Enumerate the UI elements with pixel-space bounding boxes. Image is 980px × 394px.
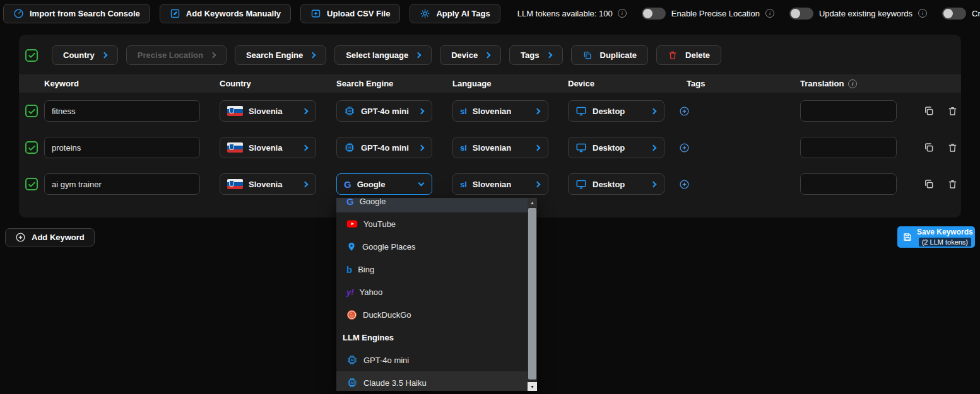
toggle-knob bbox=[943, 9, 953, 18]
create-keyword-views-label: Create Keyword views bbox=[972, 9, 980, 18]
row-checkbox[interactable] bbox=[25, 141, 38, 154]
save-keywords-button[interactable]: Save Keywords (2 LLM tokens) bbox=[897, 226, 975, 248]
bulk-actions-row: Country Precise Location Search Engine S… bbox=[19, 45, 961, 65]
chevron-right-icon bbox=[485, 52, 491, 59]
select-all-checkbox[interactable] bbox=[25, 49, 38, 62]
dropdown-item-google[interactable]: G Google bbox=[336, 198, 528, 212]
language-code-badge: sl bbox=[460, 143, 467, 153]
header-search-engine: Search Engine bbox=[336, 79, 432, 88]
device-select[interactable]: Desktop bbox=[568, 137, 664, 158]
dropdown-scrollbar[interactable]: ▲ ▼ bbox=[528, 198, 537, 391]
row-checkbox[interactable] bbox=[25, 178, 38, 190]
keyword-input[interactable] bbox=[44, 137, 200, 158]
llm-engines-section-label: LLM Engines bbox=[336, 326, 528, 349]
translation-input[interactable] bbox=[800, 173, 897, 195]
chevron-right-icon bbox=[534, 108, 541, 114]
row-checkbox[interactable] bbox=[25, 105, 38, 117]
bulk-country-button[interactable]: Country bbox=[52, 45, 118, 65]
dropdown-item-google-places[interactable]: Google Places bbox=[336, 235, 528, 258]
ai-chip-icon: AI bbox=[344, 105, 355, 117]
duplicate-row-button[interactable] bbox=[923, 142, 935, 153]
add-keywords-manually-button[interactable]: Add Keywords Manually bbox=[160, 4, 291, 23]
language-select[interactable]: sl Slovenian bbox=[452, 137, 548, 158]
copy-icon bbox=[582, 50, 593, 61]
header-translation: Translation bbox=[800, 79, 897, 88]
ai-chip-icon: AI bbox=[344, 142, 355, 153]
scroll-down-arrow[interactable]: ▼ bbox=[528, 382, 537, 391]
chevron-right-icon bbox=[651, 181, 657, 187]
bulk-precise-location-button: Precise Location bbox=[126, 45, 227, 65]
keyword-input[interactable] bbox=[44, 100, 200, 122]
map-pin-icon bbox=[346, 241, 357, 252]
bulk-delete-button[interactable]: Delete bbox=[656, 45, 721, 65]
update-existing-keywords-toggle[interactable] bbox=[789, 8, 813, 20]
youtube-icon bbox=[346, 219, 358, 228]
dropdown-item-gpt-4o-mini[interactable]: AI GPT-4o mini bbox=[336, 349, 528, 371]
dropdown-item-yahoo[interactable]: y! Yahoo bbox=[336, 281, 528, 303]
dropdown-item-duckduckgo[interactable]: DuckDuckGo bbox=[336, 303, 528, 326]
search-engine-select[interactable]: AI GPT-4o mini bbox=[336, 100, 432, 122]
info-icon bbox=[918, 9, 927, 18]
bulk-select-language-button[interactable]: Select language bbox=[334, 45, 432, 65]
import-search-console-label: Import from Search Console bbox=[30, 9, 140, 18]
ai-chip-icon: AI bbox=[346, 377, 358, 388]
scrollbar-thumb[interactable] bbox=[528, 208, 536, 380]
table-row: Slovenia AI GPT-4o mini sl Slovenian bbox=[19, 129, 961, 166]
precise-location-toggle-group: Enable Precise Location bbox=[642, 8, 774, 20]
google-icon: G bbox=[346, 198, 354, 207]
add-tag-button[interactable] bbox=[679, 106, 690, 117]
search-engine-select[interactable]: AI GPT-4o mini bbox=[336, 137, 432, 158]
svg-text:AI: AI bbox=[350, 358, 354, 362]
add-keyword-label: Add Keyword bbox=[32, 233, 85, 242]
toggle-knob bbox=[791, 9, 800, 18]
apply-ai-tags-button[interactable]: Apply AI Tags bbox=[410, 4, 500, 23]
translation-input[interactable] bbox=[800, 137, 897, 158]
add-tag-button[interactable] bbox=[679, 179, 690, 190]
country-select[interactable]: Slovenia bbox=[220, 137, 316, 158]
delete-row-button[interactable] bbox=[947, 105, 958, 117]
device-select[interactable]: Desktop bbox=[568, 173, 664, 195]
google-icon: G bbox=[344, 179, 351, 190]
language-select[interactable]: sl Slovenian bbox=[452, 173, 548, 195]
country-select[interactable]: Slovenia bbox=[220, 100, 316, 122]
device-select[interactable]: Desktop bbox=[568, 100, 664, 122]
chevron-right-icon bbox=[415, 52, 422, 59]
add-keywords-manually-label: Add Keywords Manually bbox=[186, 9, 281, 18]
table-header: Keyword Country Search Engine Language D… bbox=[19, 74, 961, 93]
keyword-input[interactable] bbox=[44, 173, 200, 195]
bulk-device-button[interactable]: Device bbox=[440, 45, 501, 65]
dropdown-item-youtube[interactable]: YouTube bbox=[336, 212, 528, 235]
enable-precise-location-toggle[interactable] bbox=[642, 8, 666, 20]
import-search-console-button[interactable]: Import from Search Console bbox=[3, 4, 150, 23]
duplicate-row-button[interactable] bbox=[923, 105, 935, 117]
add-tag-button[interactable] bbox=[679, 142, 690, 153]
duplicate-row-button[interactable] bbox=[923, 178, 935, 190]
delete-row-button[interactable] bbox=[947, 142, 958, 153]
chevron-right-icon bbox=[310, 52, 316, 59]
dropdown-item-claude-3-5-haiku[interactable]: AI Claude 3.5 Haiku bbox=[336, 371, 528, 391]
chevron-right-icon bbox=[534, 144, 541, 151]
ai-chip-icon: AI bbox=[346, 354, 358, 366]
bulk-duplicate-button[interactable]: Duplicate bbox=[571, 45, 649, 65]
scroll-up-arrow[interactable]: ▲ bbox=[528, 198, 537, 207]
language-select[interactable]: sl Slovenian bbox=[452, 100, 548, 122]
upload-icon bbox=[310, 8, 321, 19]
dropdown-item-bing[interactable]: b Bing bbox=[336, 258, 528, 281]
monitor-icon bbox=[576, 178, 587, 190]
slovenia-flag-icon bbox=[227, 179, 243, 189]
chevron-right-icon bbox=[418, 108, 425, 114]
toggle-knob bbox=[643, 9, 652, 18]
upload-csv-button[interactable]: Upload CSV File bbox=[300, 4, 400, 23]
create-keyword-views-toggle[interactable] bbox=[942, 8, 966, 20]
search-engine-select-open[interactable]: G Google bbox=[336, 173, 432, 195]
translation-input[interactable] bbox=[800, 100, 897, 122]
country-select[interactable]: Slovenia bbox=[220, 173, 316, 195]
chevron-right-icon bbox=[302, 108, 309, 114]
add-keyword-button[interactable]: Add Keyword bbox=[5, 228, 95, 246]
delete-row-button[interactable] bbox=[947, 178, 958, 190]
header-tags: Tags bbox=[679, 79, 742, 88]
bulk-tags-button[interactable]: Tags bbox=[509, 45, 562, 65]
bulk-search-engine-button[interactable]: Search Engine bbox=[235, 45, 326, 65]
svg-text:AI: AI bbox=[348, 109, 351, 113]
pencil-square-icon bbox=[170, 8, 180, 19]
